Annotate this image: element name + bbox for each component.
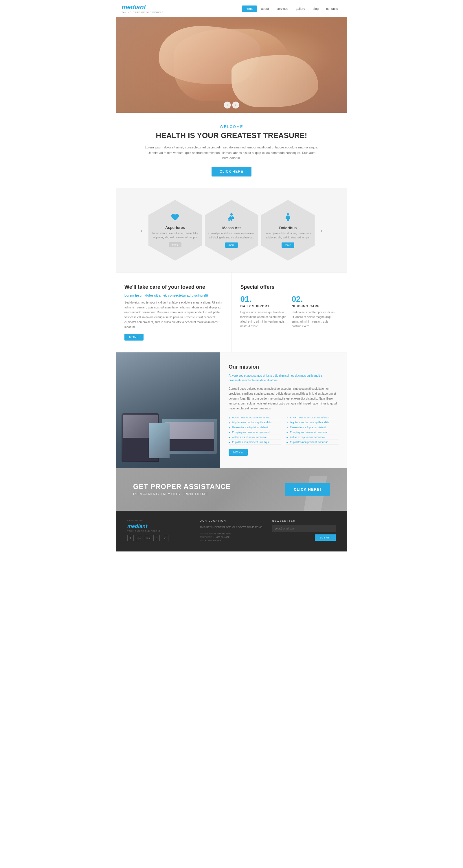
hero-controls: ‹ ›: [224, 101, 239, 108]
mission-list-item: At vero eos et accusamus et iusto: [228, 415, 281, 420]
services-inner: ‹ Asperiores Lorem ipsum dolor sit amet,…: [116, 200, 347, 261]
cta-button[interactable]: CLICK HERE!: [285, 483, 330, 496]
newsletter-submit-button[interactable]: SUBMIT: [315, 534, 336, 541]
mission-list-item: Aatlas excepturi sint occaecati: [228, 435, 281, 440]
footer-telephone: TELEPHONE: +1 800 601 6021: [200, 536, 263, 538]
nav-item-about[interactable]: about: [257, 5, 273, 12]
nav-item-gallery[interactable]: gallery: [292, 5, 308, 12]
welcome-label: WELCOME: [145, 124, 318, 129]
care-left: We'll take care of your loved one Lorem …: [116, 273, 232, 352]
mission-title: Our mission: [228, 364, 339, 370]
service-card-1: Asperiores Lorem ipsum dolor sit amet, c…: [149, 200, 202, 261]
mission-intro: At vero eos et accusamus et iusto odio d…: [228, 374, 339, 383]
footer-copy-label: COPYRIGHT: [127, 519, 191, 522]
service-text-2: Lorem ipsum dolor sit amet, consectetur …: [208, 232, 255, 240]
mission-more-button[interactable]: more: [228, 449, 248, 456]
logo-tagline: TAKING CARE OF OLD PEOPLE: [122, 11, 163, 13]
footer-freephone: FREEPHONE: +1 800 339 6590: [200, 532, 263, 535]
nav-item-contacts[interactable]: contacts: [323, 5, 341, 12]
header: mediant TAKING CARE OF OLD PEOPLE home a…: [116, 0, 347, 18]
footer-col-logo: COPYRIGHT mediant TAKING CARE OLD PEOPLE…: [127, 519, 191, 543]
hex-content-3: Doloribus Lorem ipsum dolor sit amet, co…: [261, 210, 315, 251]
footer-address: 7610 ST VINCENT PLACE, GLASGOW, DC 45 FR…: [200, 525, 263, 529]
services-cards: Asperiores Lorem ipsum dolor sit amet, c…: [149, 200, 315, 261]
mission-lists: At vero eos et accusamus et iusto Dignis…: [228, 415, 339, 445]
service-title-3: Doloribus: [264, 226, 312, 230]
service-card-3: Doloribus Lorem ipsum dolor sit amet, co…: [261, 200, 315, 261]
footer-newsletter-title: NEWSLETTER: [272, 519, 336, 522]
mission-list-item: Raesentium voluptatum deleniti: [286, 425, 339, 430]
care-more-button[interactable]: more: [124, 334, 144, 341]
hero-section: ‹ ›: [116, 18, 347, 113]
services-prev-button[interactable]: ‹: [138, 227, 146, 234]
service-text-1: Lorem ipsum dolor sit amet, consectetur …: [151, 231, 199, 239]
care-subtitle: Lorem ipsum dolor sit amet, consectetur …: [124, 294, 223, 297]
cta-title: GET PROPER ASSISTANCE: [133, 483, 230, 491]
social-pinterest-icon[interactable]: p: [153, 535, 160, 541]
footer-logo-tag: TAKING CARE OLD PEOPLE: [127, 530, 191, 532]
mission-list-item: Eupiditas non proident, similique: [228, 440, 281, 445]
services-next-button[interactable]: ›: [318, 227, 326, 234]
nav-item-services[interactable]: services: [273, 5, 291, 12]
service-title-1: Asperiores: [151, 225, 199, 230]
footer-location-title: OUR LOCATION: [200, 519, 263, 522]
offer-label-2: NURSING CARE: [292, 304, 339, 308]
mission-desc: Corrupti quos dolores et quas molestiae …: [228, 386, 339, 411]
special-offers-title: Special offers: [241, 284, 339, 290]
offer-label-1: DAILY SUPPORT: [241, 304, 287, 308]
footer-logo: mediant: [127, 523, 191, 529]
social-facebook-icon[interactable]: f: [127, 535, 134, 541]
mission-list-item: Eupidatas non proident, similique: [286, 440, 339, 445]
care-text: Sed do eiusmod tempor incididunt ut labo…: [124, 300, 223, 330]
service-text-3: Lorem ipsum dolor sit amet, consectetur …: [264, 232, 312, 240]
offer-number-2: 02.: [292, 294, 339, 304]
hand-3: [232, 55, 318, 107]
welcome-cta-button[interactable]: CLICK HERE: [212, 167, 251, 177]
service-card-2: Massa Ast Lorem ipsum dolor sit amet, co…: [205, 200, 258, 261]
mission-list-left: At vero eos et accusamus et iusto Dignis…: [228, 415, 281, 445]
offer-text-2: Sed do eiusmod tempor incididunt ut labo…: [292, 310, 339, 329]
service-more-btn-2[interactable]: more: [225, 243, 238, 248]
social-icons: f g+ rss p in: [127, 535, 191, 541]
care-title: We'll take care of your loved one: [124, 284, 223, 290]
mission-list-item: Dignissimos ducimus qui blanditiis: [228, 420, 281, 425]
welcome-section: WELCOME HEALTH IS YOUR GREATEST TREASURE…: [116, 113, 347, 188]
svg-point-3: [287, 213, 289, 216]
mission-list-right: At vero eos et accusamus et iusto Dignis…: [286, 415, 339, 445]
offer-item-1: 01. DAILY SUPPORT Dignissimos ducimus qu…: [241, 294, 287, 329]
mission-list-item: Dignissimos ducimus qui blanditiis: [286, 420, 339, 425]
logo-name: mediant: [122, 3, 163, 11]
social-linkedin-icon[interactable]: in: [162, 535, 168, 541]
hero-next-button[interactable]: ›: [233, 101, 239, 108]
cta-subtitle: REMAINING IN YOUR OWN HOME: [133, 492, 230, 496]
service-title-2: Massa Ast: [208, 226, 255, 230]
care-section: We'll take care of your loved one Lorem …: [116, 272, 347, 352]
mission-image: [116, 352, 220, 468]
hex-content-2: Massa Ast Lorem ipsum dolor sit amet, co…: [205, 210, 258, 251]
mission-list-item: At vero eos et accusamus et iusto: [286, 415, 339, 420]
footer-col-location: OUR LOCATION 7610 ST VINCENT PLACE, GLAS…: [200, 519, 263, 543]
newsletter-email-input[interactable]: [272, 525, 336, 532]
mission-list-item: Errupti quos dolores et quas mol: [286, 430, 339, 435]
hex-content-1: Asperiores Lorem ipsum dolor sit amet, c…: [149, 210, 202, 250]
svg-point-0: [230, 213, 233, 216]
footer-col-newsletter: NEWSLETTER SUBMIT: [272, 519, 336, 543]
cta-banner: GET PROPER ASSISTANCE REMAINING IN YOUR …: [116, 468, 347, 511]
hero-prev-button[interactable]: ‹: [224, 101, 231, 108]
offer-number-1: 01.: [241, 294, 287, 304]
service-more-btn-3[interactable]: more: [282, 243, 295, 248]
welcome-title: HEALTH IS YOUR GREATEST TREASURE!: [145, 131, 318, 140]
offer-item-2: 02. NURSING CARE Sed do eiusmod tempor i…: [292, 294, 339, 329]
nav-item-home[interactable]: home: [242, 5, 257, 12]
social-google-icon[interactable]: g+: [136, 535, 143, 541]
offers-grid: 01. DAILY SUPPORT Dignissimos ducimus qu…: [241, 294, 339, 329]
footer: COPYRIGHT mediant TAKING CARE OLD PEOPLE…: [116, 511, 347, 552]
nav-item-blog[interactable]: blog: [309, 5, 322, 12]
welcome-text: Lorem ipsum dolor sit amet, consectetur …: [145, 145, 318, 161]
services-section: ‹ Asperiores Lorem ipsum dolor sit amet,…: [116, 188, 347, 272]
service-more-btn-1[interactable]: more: [169, 242, 182, 247]
social-rss-icon[interactable]: rss: [145, 535, 151, 541]
service-icon-2: [208, 213, 255, 223]
mission-list-item: Aatlas excepturi sint occaecati: [286, 435, 339, 440]
main-nav: home about services gallery blog contact…: [242, 5, 341, 12]
